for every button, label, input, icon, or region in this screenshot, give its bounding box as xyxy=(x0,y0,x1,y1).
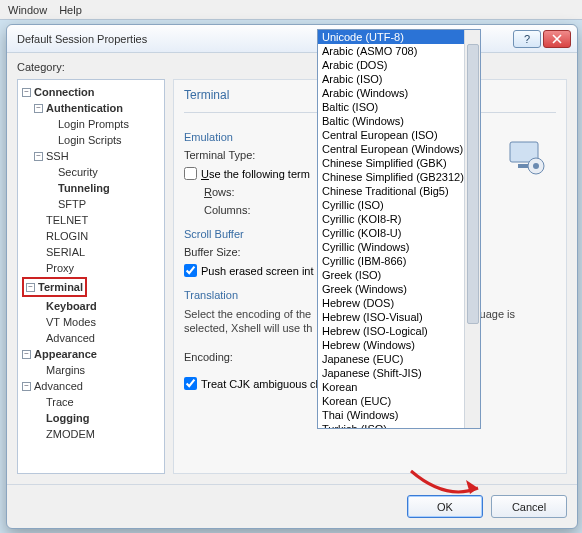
tree-sftp[interactable]: SFTP xyxy=(58,196,86,212)
encoding-option[interactable]: Cyrillic (KOI8-U) xyxy=(318,226,480,240)
encoding-dropdown[interactable]: Unicode (UTF-8)Arabic (ASMO 708)Arabic (… xyxy=(317,29,481,429)
tree-proxy[interactable]: Proxy xyxy=(46,260,74,276)
tree-telnet[interactable]: TELNET xyxy=(46,212,88,228)
encoding-option[interactable]: Hebrew (ISO-Visual) xyxy=(318,310,480,324)
tree-advanced2[interactable]: Advanced xyxy=(34,378,83,394)
scrollbar-thumb[interactable] xyxy=(467,44,479,324)
collapse-icon[interactable]: − xyxy=(22,88,31,97)
encoding-option[interactable]: Korean xyxy=(318,380,480,394)
encoding-option[interactable]: Central European (Windows) xyxy=(318,142,480,156)
main-row: −Connection −Authentication Login Prompt… xyxy=(17,79,567,474)
checkbox-use-following[interactable] xyxy=(184,167,197,180)
collapse-icon[interactable]: − xyxy=(22,382,31,391)
encoding-option[interactable]: Hebrew (Windows) xyxy=(318,338,480,352)
tree-logging[interactable]: Logging xyxy=(46,410,89,426)
close-icon xyxy=(552,34,562,44)
tree-rlogin[interactable]: RLOGIN xyxy=(46,228,88,244)
encoding-option[interactable]: Chinese Simplified (GBK) xyxy=(318,156,480,170)
tree-tunneling[interactable]: Tunneling xyxy=(58,180,110,196)
label-terminal-type: Terminal Type: xyxy=(184,149,314,161)
tree-trace[interactable]: Trace xyxy=(46,394,74,410)
help-button[interactable]: ? xyxy=(513,30,541,48)
encoding-option[interactable]: Turkish (ISO) xyxy=(318,422,480,428)
encoding-option[interactable]: Central European (ISO) xyxy=(318,128,480,142)
dialog-default-session-properties: Default Session Properties ? Category: −… xyxy=(6,24,578,529)
tree-appearance[interactable]: Appearance xyxy=(34,346,97,362)
collapse-icon[interactable]: − xyxy=(34,104,43,113)
label-encoding: Encoding: xyxy=(184,351,314,363)
encoding-option[interactable]: Thai (Windows) xyxy=(318,408,480,422)
encoding-option[interactable]: Korean (EUC) xyxy=(318,394,480,408)
encoding-option[interactable]: Hebrew (DOS) xyxy=(318,296,480,310)
tree-ssh[interactable]: SSH xyxy=(46,148,69,164)
encoding-option[interactable]: Hebrew (ISO-Logical) xyxy=(318,324,480,338)
encoding-option[interactable]: Cyrillic (Windows) xyxy=(318,240,480,254)
encoding-option[interactable]: Arabic (ISO) xyxy=(318,72,480,86)
collapse-icon[interactable]: − xyxy=(22,350,31,359)
encoding-option[interactable]: Baltic (ISO) xyxy=(318,100,480,114)
label-buffer-size: Buffer Size: xyxy=(184,246,314,258)
tree-keyboard[interactable]: Keyboard xyxy=(46,298,97,314)
tree-serial[interactable]: SERIAL xyxy=(46,244,85,260)
category-tree[interactable]: −Connection −Authentication Login Prompt… xyxy=(17,79,165,474)
menubar: Window Help xyxy=(0,0,582,20)
encoding-option[interactable]: Greek (Windows) xyxy=(318,282,480,296)
label-push-erased: Push erased screen int xyxy=(201,265,314,277)
tree-login-scripts[interactable]: Login Scripts xyxy=(58,132,122,148)
tree-zmodem[interactable]: ZMODEM xyxy=(46,426,95,442)
encoding-option[interactable]: Baltic (Windows) xyxy=(318,114,480,128)
gear-monitor-icon xyxy=(506,136,548,178)
encoding-option[interactable]: Unicode (UTF-8) xyxy=(318,30,480,44)
label-rows: Rows: xyxy=(204,186,334,198)
dialog-body: Category: −Connection −Authentication Lo… xyxy=(7,53,577,484)
checkbox-treat-cjk[interactable] xyxy=(184,377,197,390)
titlebar: Default Session Properties ? xyxy=(7,25,577,53)
tree-vt-modes[interactable]: VT Modes xyxy=(46,314,96,330)
tree-terminal-highlight: −Terminal xyxy=(22,277,87,297)
label-columns: Columns: xyxy=(204,204,334,216)
collapse-icon[interactable]: − xyxy=(34,152,43,161)
checkbox-push-erased[interactable] xyxy=(184,264,197,277)
tree-advanced[interactable]: Advanced xyxy=(46,330,95,346)
tree-connection[interactable]: Connection xyxy=(34,84,95,100)
collapse-icon[interactable]: − xyxy=(26,283,35,292)
encoding-option[interactable]: Arabic (DOS) xyxy=(318,58,480,72)
menu-window[interactable]: Window xyxy=(8,4,47,16)
ok-button[interactable]: OK xyxy=(407,495,483,518)
encoding-option[interactable]: Japanese (EUC) xyxy=(318,352,480,366)
encoding-option[interactable]: Chinese Simplified (GB2312) xyxy=(318,170,480,184)
cancel-button[interactable]: Cancel xyxy=(491,495,567,518)
encoding-option[interactable]: Arabic (Windows) xyxy=(318,86,480,100)
encoding-option[interactable]: Cyrillic (ISO) xyxy=(318,198,480,212)
encoding-option[interactable]: Japanese (Shift-JIS) xyxy=(318,366,480,380)
tree-authentication[interactable]: Authentication xyxy=(46,100,123,116)
encoding-option[interactable]: Cyrillic (IBM-866) xyxy=(318,254,480,268)
tree-login-prompts[interactable]: Login Prompts xyxy=(58,116,129,132)
encoding-option[interactable]: Cyrillic (KOI8-R) xyxy=(318,212,480,226)
svg-point-3 xyxy=(533,163,539,169)
scrollbar[interactable] xyxy=(464,30,480,428)
encoding-option[interactable]: Chinese Traditional (Big5) xyxy=(318,184,480,198)
label-use-following: UUse the following termse the following … xyxy=(201,168,310,180)
close-button[interactable] xyxy=(543,30,571,48)
tree-security[interactable]: Security xyxy=(58,164,98,180)
menu-help[interactable]: Help xyxy=(59,4,82,16)
encoding-option[interactable]: Arabic (ASMO 708) xyxy=(318,44,480,58)
encoding-option[interactable]: Greek (ISO) xyxy=(318,268,480,282)
tree-margins[interactable]: Margins xyxy=(46,362,85,378)
dialog-footer: OK Cancel xyxy=(7,484,577,528)
category-label: Category: xyxy=(17,61,567,73)
tree-terminal[interactable]: Terminal xyxy=(38,279,83,295)
